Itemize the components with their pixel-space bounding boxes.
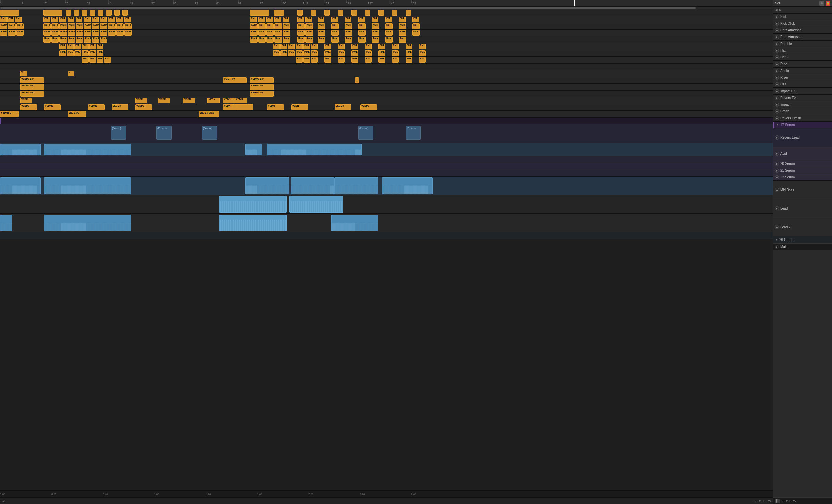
- clip-pml8-3[interactable]: PML: [97, 57, 103, 63]
- clip-pml6-18[interactable]: PML: [392, 44, 399, 49]
- clip-rumt-21[interactable]: Rum: [385, 37, 393, 43]
- clip-kshn4-29[interactable]: KSH: [412, 30, 420, 36]
- play-btn-impact-fx[interactable]: [775, 89, 779, 93]
- clip-pml6-6[interactable]: PML: [97, 44, 103, 49]
- clip-midbass-3[interactable]: [245, 177, 289, 194]
- track-item-acid[interactable]: Acid: [773, 147, 832, 160]
- clip-pml6-17[interactable]: PML: [378, 44, 385, 49]
- track-item-audio[interactable]: Audio: [773, 68, 832, 74]
- clip-kshn-16[interactable]: PML: [258, 17, 265, 22]
- clip-pml8-1[interactable]: PML: [82, 57, 89, 63]
- clip-rumt-18[interactable]: Rum: [345, 37, 352, 43]
- clip-kick-2[interactable]: [43, 10, 62, 16]
- clip-pml6-5[interactable]: PML: [89, 44, 96, 49]
- clip-impfx-2[interactable]: VEDM3 Im: [250, 84, 274, 90]
- clip-kshn4-6[interactable]: KSHN: [59, 30, 67, 36]
- play-btn-lead[interactable]: [775, 206, 779, 210]
- clip-kick-21[interactable]: [406, 10, 411, 16]
- play-btn-impact[interactable]: [775, 103, 779, 107]
- nav-right[interactable]: ▶: [779, 8, 782, 12]
- clip-kshn4-22[interactable]: KSH: [318, 30, 325, 36]
- clip-kshn-11[interactable]: PML: [100, 17, 107, 22]
- play-btn-rumble[interactable]: [775, 42, 779, 46]
- play-btn-acid[interactable]: [775, 152, 779, 156]
- track-item-20-serum[interactable]: 20 Serum: [773, 160, 832, 167]
- clip-kshn3-15[interactable]: KSHN: [250, 23, 258, 29]
- clip-rumt-22[interactable]: Rum: [399, 37, 406, 43]
- clip-pml7-9[interactable]: PML: [288, 50, 295, 56]
- clip-pml8-11[interactable]: PML: [365, 57, 372, 63]
- clip-kshn3-5[interactable]: KSHN: [51, 23, 59, 29]
- clip-rumt-12[interactable]: Rum: [274, 37, 282, 43]
- nav-left[interactable]: ◀: [775, 8, 778, 12]
- clip-freeze-5[interactable]: (Freeze): [406, 126, 421, 140]
- clip-rumt-8[interactable]: Rumt: [100, 37, 107, 43]
- clip-kick-8[interactable]: [106, 10, 112, 16]
- clip-crash-4[interactable]: VEDM3: [112, 104, 128, 110]
- clip-rumt-16[interactable]: Rum: [318, 37, 325, 43]
- clip-midbass-2[interactable]: [44, 177, 131, 194]
- clip-kshn3-3[interactable]: KSHN: [16, 23, 24, 29]
- play-btn-perc2[interactable]: [775, 35, 779, 39]
- track-item-fills[interactable]: Fills: [773, 81, 832, 88]
- clip-kshn3-8[interactable]: KSHN: [76, 23, 83, 29]
- clip-pml8-5[interactable]: PML: [296, 57, 303, 63]
- clip-pml8-10[interactable]: PML: [351, 57, 358, 63]
- clip-kshn-28[interactable]: PML: [399, 17, 406, 22]
- track-item-21-serum[interactable]: 21 Serum: [773, 167, 832, 174]
- header-btn-pencil[interactable]: ✏: [819, 1, 824, 6]
- clip-kshn4-16[interactable]: KSH: [258, 30, 266, 36]
- clip-lead-1[interactable]: [219, 196, 287, 213]
- clip-pml7-8[interactable]: PML: [280, 50, 287, 56]
- clip-pml6-19[interactable]: PML: [406, 44, 412, 49]
- clip-acid-2[interactable]: [44, 144, 131, 155]
- clip-kshn4-15[interactable]: KSH: [250, 30, 258, 36]
- clip-crash-1[interactable]: VEDM3: [20, 104, 37, 110]
- clip-kick-4[interactable]: [74, 10, 79, 16]
- clip-kshn4-1[interactable]: KSHN: [0, 30, 7, 36]
- clip-rumt-15[interactable]: Rum: [305, 37, 313, 43]
- clip-kick-13[interactable]: [297, 10, 303, 16]
- clip-kick-9[interactable]: [114, 10, 120, 16]
- clip-kshn4-11[interactable]: KSHN: [100, 30, 107, 36]
- clip-imp-1[interactable]: VEDM: [20, 98, 32, 103]
- clip-imp-5[interactable]: VEDN: [207, 98, 220, 103]
- play-btn-22-serum[interactable]: [775, 175, 779, 179]
- play-btn-hat2[interactable]: [775, 55, 779, 59]
- play-btn-riser[interactable]: [775, 76, 779, 80]
- clip-kick-10[interactable]: [122, 10, 128, 16]
- clip-kshn4-25[interactable]: KSH: [358, 30, 366, 36]
- clip-rumt-14[interactable]: Rum: [297, 37, 305, 43]
- clip-rumt-13[interactable]: Rum: [283, 37, 290, 43]
- clip-kshn4-8[interactable]: KSHN: [76, 30, 83, 36]
- play-btn-21-serum[interactable]: [775, 169, 779, 173]
- clip-pml7-20[interactable]: PML: [419, 50, 426, 56]
- clip-pml7-11[interactable]: PML: [303, 50, 310, 56]
- clip-rcrash-2[interactable]: VEDM3 C: [68, 111, 86, 117]
- clip-pml7-18[interactable]: PML: [392, 50, 399, 56]
- clip-rumt-4[interactable]: Rumt: [68, 37, 75, 43]
- clip-kshn3-9[interactable]: KSHN: [84, 23, 91, 29]
- clip-freeze-2[interactable]: (Freeze): [156, 126, 172, 140]
- clip-pml7-19[interactable]: PML: [406, 50, 412, 56]
- track-item-ride[interactable]: Ride: [773, 61, 832, 68]
- clip-pml7-1[interactable]: PML: [59, 50, 66, 56]
- track-item-impact[interactable]: Impact: [773, 101, 832, 108]
- clip-pml6-10[interactable]: PML: [296, 44, 303, 49]
- track-item-kick[interactable]: Kick: [773, 14, 832, 20]
- clip-kshn-18[interactable]: PML: [274, 17, 281, 22]
- clip-pml7-10[interactable]: PML: [296, 50, 303, 56]
- clip-kshn-10[interactable]: PML: [92, 17, 99, 22]
- clip-kshn3-12[interactable]: KSHN: [108, 23, 116, 29]
- play-btn-crash[interactable]: [775, 109, 779, 114]
- clip-pml6-1[interactable]: PML: [59, 44, 66, 49]
- clip-pml6-4[interactable]: PML: [82, 44, 89, 49]
- clip-pml7-2[interactable]: PML: [67, 50, 74, 56]
- clip-pml7-4[interactable]: PML: [82, 50, 89, 56]
- clip-midbass-6[interactable]: [382, 177, 433, 194]
- track-item-kick-click[interactable]: Kick Click: [773, 20, 832, 27]
- clip-kshn3-18[interactable]: KSH: [274, 23, 282, 29]
- clip-pml7-17[interactable]: PML: [378, 50, 385, 56]
- clip-pml6-7[interactable]: PML: [273, 44, 280, 49]
- clip-pml6-12[interactable]: PML: [311, 44, 318, 49]
